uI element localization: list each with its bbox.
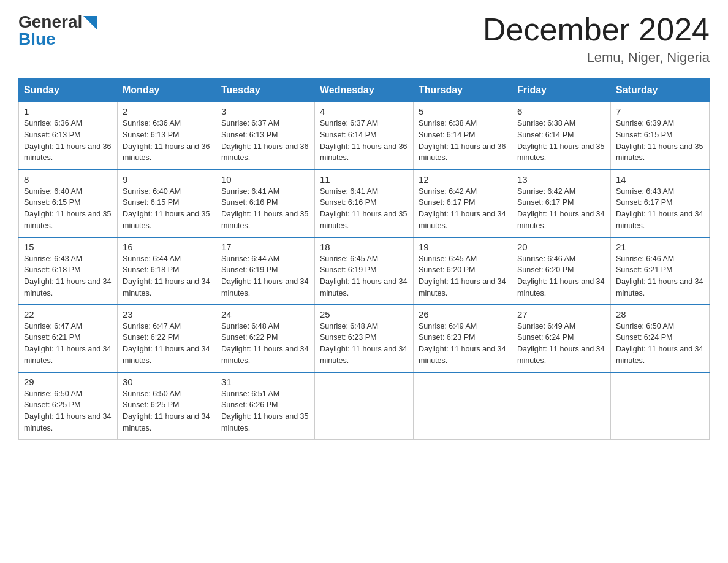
day-number: 11 (320, 174, 408, 185)
day-number: 10 (221, 174, 309, 185)
day-number: 1 (24, 106, 112, 117)
calendar-cell: 30Sunrise: 6:50 AMSunset: 6:25 PMDayligh… (118, 372, 216, 440)
calendar-cell: 15Sunrise: 6:43 AMSunset: 6:18 PMDayligh… (19, 237, 118, 305)
calendar-cell: 2Sunrise: 6:36 AMSunset: 6:13 PMDaylight… (118, 102, 216, 170)
day-info: Sunrise: 6:40 AMSunset: 6:15 PMDaylight:… (123, 187, 210, 230)
calendar-cell: 17Sunrise: 6:44 AMSunset: 6:19 PMDayligh… (216, 237, 315, 305)
calendar-cell: 18Sunrise: 6:45 AMSunset: 6:19 PMDayligh… (315, 237, 414, 305)
calendar-table: SundayMondayTuesdayWednesdayThursdayFrid… (18, 78, 710, 440)
calendar-cell: 5Sunrise: 6:38 AMSunset: 6:14 PMDaylight… (414, 102, 512, 170)
day-number: 28 (616, 309, 704, 320)
day-info: Sunrise: 6:44 AMSunset: 6:19 PMDaylight:… (221, 255, 308, 297)
day-info: Sunrise: 6:38 AMSunset: 6:14 PMDaylight:… (517, 119, 604, 162)
day-number: 25 (320, 309, 408, 320)
day-info: Sunrise: 6:43 AMSunset: 6:17 PMDaylight:… (616, 187, 703, 230)
day-info: Sunrise: 6:49 AMSunset: 6:24 PMDaylight:… (517, 322, 604, 365)
day-number: 5 (419, 106, 507, 117)
day-info: Sunrise: 6:45 AMSunset: 6:19 PMDaylight:… (320, 255, 407, 297)
day-number: 3 (221, 106, 309, 117)
calendar-cell: 27Sunrise: 6:49 AMSunset: 6:24 PMDayligh… (512, 305, 611, 372)
calendar-cell: 9Sunrise: 6:40 AMSunset: 6:15 PMDaylight… (118, 170, 216, 237)
day-number: 4 (320, 106, 408, 117)
day-info: Sunrise: 6:49 AMSunset: 6:23 PMDaylight:… (419, 322, 506, 365)
day-number: 7 (616, 106, 704, 117)
day-number: 14 (616, 174, 704, 185)
header-monday: Monday (118, 79, 216, 102)
day-number: 24 (221, 309, 309, 320)
calendar-week-row: 1Sunrise: 6:36 AMSunset: 6:13 PMDaylight… (19, 102, 710, 170)
location-title: Lemu, Niger, Nigeria (483, 50, 710, 66)
calendar-cell: 14Sunrise: 6:43 AMSunset: 6:17 PMDayligh… (611, 170, 710, 237)
day-number: 8 (24, 174, 112, 185)
day-info: Sunrise: 6:43 AMSunset: 6:18 PMDaylight:… (24, 255, 111, 297)
calendar-cell: 8Sunrise: 6:40 AMSunset: 6:15 PMDaylight… (19, 170, 118, 237)
calendar-cell: 10Sunrise: 6:41 AMSunset: 6:16 PMDayligh… (216, 170, 315, 237)
title-section: December 2024 Lemu, Niger, Nigeria (483, 12, 710, 66)
calendar-cell: 4Sunrise: 6:37 AMSunset: 6:14 PMDaylight… (315, 102, 414, 170)
day-info: Sunrise: 6:50 AMSunset: 6:24 PMDaylight:… (616, 322, 703, 365)
calendar-cell: 1Sunrise: 6:36 AMSunset: 6:13 PMDaylight… (19, 102, 118, 170)
day-number: 29 (24, 377, 112, 387)
day-number: 30 (123, 377, 211, 387)
calendar-cell: 3Sunrise: 6:37 AMSunset: 6:13 PMDaylight… (216, 102, 315, 170)
day-info: Sunrise: 6:48 AMSunset: 6:22 PMDaylight:… (221, 322, 308, 365)
calendar-cell: 16Sunrise: 6:44 AMSunset: 6:18 PMDayligh… (118, 237, 216, 305)
day-number: 22 (24, 309, 112, 320)
day-info: Sunrise: 6:47 AMSunset: 6:21 PMDaylight:… (24, 322, 111, 365)
calendar-cell (512, 372, 611, 440)
logo: General Blue (18, 12, 97, 49)
day-info: Sunrise: 6:50 AMSunset: 6:25 PMDaylight:… (123, 389, 210, 432)
day-number: 17 (221, 242, 309, 252)
calendar-cell (414, 372, 512, 440)
day-info: Sunrise: 6:39 AMSunset: 6:15 PMDaylight:… (616, 119, 703, 162)
day-info: Sunrise: 6:45 AMSunset: 6:20 PMDaylight:… (419, 255, 506, 297)
calendar-cell: 23Sunrise: 6:47 AMSunset: 6:22 PMDayligh… (118, 305, 216, 372)
header-saturday: Saturday (611, 79, 710, 102)
day-info: Sunrise: 6:48 AMSunset: 6:23 PMDaylight:… (320, 322, 407, 365)
day-number: 27 (517, 309, 605, 320)
day-number: 26 (419, 309, 507, 320)
day-info: Sunrise: 6:47 AMSunset: 6:22 PMDaylight:… (123, 322, 210, 365)
calendar-cell: 13Sunrise: 6:42 AMSunset: 6:17 PMDayligh… (512, 170, 611, 237)
calendar-cell: 7Sunrise: 6:39 AMSunset: 6:15 PMDaylight… (611, 102, 710, 170)
day-info: Sunrise: 6:51 AMSunset: 6:26 PMDaylight:… (221, 389, 308, 432)
calendar-header-row: SundayMondayTuesdayWednesdayThursdayFrid… (19, 79, 710, 102)
calendar-cell: 20Sunrise: 6:46 AMSunset: 6:20 PMDayligh… (512, 237, 611, 305)
header-sunday: Sunday (19, 79, 118, 102)
day-info: Sunrise: 6:44 AMSunset: 6:18 PMDaylight:… (123, 255, 210, 297)
calendar-cell: 12Sunrise: 6:42 AMSunset: 6:17 PMDayligh… (414, 170, 512, 237)
day-info: Sunrise: 6:38 AMSunset: 6:14 PMDaylight:… (419, 119, 506, 162)
day-info: Sunrise: 6:36 AMSunset: 6:13 PMDaylight:… (123, 119, 210, 162)
logo-blue: Blue (18, 29, 56, 49)
calendar-cell: 28Sunrise: 6:50 AMSunset: 6:24 PMDayligh… (611, 305, 710, 372)
logo-triangle-icon (83, 16, 97, 29)
header-tuesday: Tuesday (216, 79, 315, 102)
day-number: 31 (221, 377, 309, 387)
header-thursday: Thursday (414, 79, 512, 102)
calendar-cell: 22Sunrise: 6:47 AMSunset: 6:21 PMDayligh… (19, 305, 118, 372)
calendar-week-row: 15Sunrise: 6:43 AMSunset: 6:18 PMDayligh… (19, 237, 710, 305)
calendar-cell: 26Sunrise: 6:49 AMSunset: 6:23 PMDayligh… (414, 305, 512, 372)
day-info: Sunrise: 6:40 AMSunset: 6:15 PMDaylight:… (24, 187, 111, 230)
calendar-cell: 25Sunrise: 6:48 AMSunset: 6:23 PMDayligh… (315, 305, 414, 372)
calendar-week-row: 22Sunrise: 6:47 AMSunset: 6:21 PMDayligh… (19, 305, 710, 372)
day-info: Sunrise: 6:41 AMSunset: 6:16 PMDaylight:… (320, 187, 407, 230)
header-wednesday: Wednesday (315, 79, 414, 102)
day-number: 21 (616, 242, 704, 252)
day-number: 23 (123, 309, 211, 320)
day-info: Sunrise: 6:50 AMSunset: 6:25 PMDaylight:… (24, 389, 111, 432)
page-header: General Blue December 2024 Lemu, Niger, … (18, 12, 710, 66)
day-info: Sunrise: 6:42 AMSunset: 6:17 PMDaylight:… (517, 187, 604, 230)
calendar-cell (611, 372, 710, 440)
calendar-cell: 24Sunrise: 6:48 AMSunset: 6:22 PMDayligh… (216, 305, 315, 372)
day-number: 19 (419, 242, 507, 252)
day-number: 13 (517, 174, 605, 185)
day-info: Sunrise: 6:42 AMSunset: 6:17 PMDaylight:… (419, 187, 506, 230)
calendar-week-row: 8Sunrise: 6:40 AMSunset: 6:15 PMDaylight… (19, 170, 710, 237)
day-number: 6 (517, 106, 605, 117)
day-number: 2 (123, 106, 211, 117)
calendar-cell: 29Sunrise: 6:50 AMSunset: 6:25 PMDayligh… (19, 372, 118, 440)
day-number: 20 (517, 242, 605, 252)
calendar-cell (315, 372, 414, 440)
day-number: 18 (320, 242, 408, 252)
